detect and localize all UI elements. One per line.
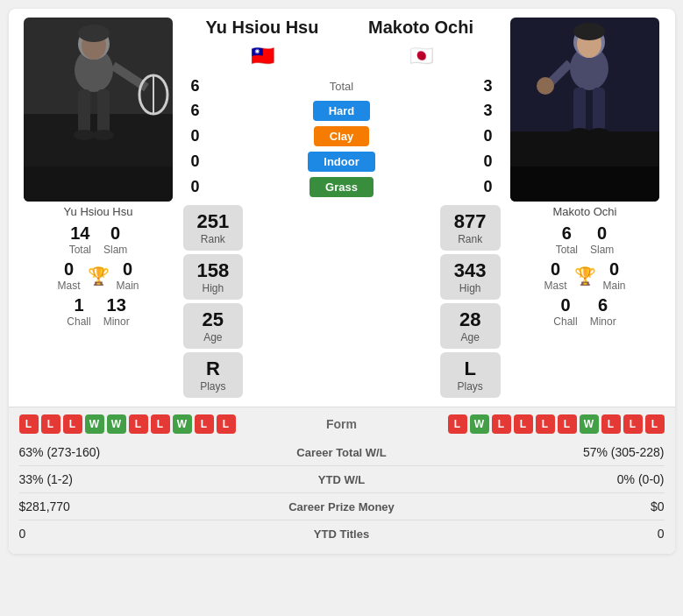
form-badge-l: L	[558, 414, 577, 434]
svg-point-24	[588, 128, 609, 138]
left-total-val: 14	[70, 223, 89, 244]
left-player-photo	[24, 18, 173, 202]
svg-rect-21	[573, 88, 586, 131]
indoor-pill: Indoor	[308, 152, 374, 172]
left-player-name: Yu Hsiou Hsu	[206, 18, 319, 38]
right-high-val: 343	[454, 259, 487, 282]
left-minor-val: 13	[107, 295, 126, 315]
right-plays-block: L Plays	[440, 352, 501, 398]
right-chall-val: 0	[560, 295, 570, 315]
hard-score-row: 6 Hard 3	[183, 101, 501, 121]
left-chall-minor: 1 Chall 13 Minor	[67, 295, 129, 328]
stats-right-2: $0	[438, 499, 665, 513]
form-badge-l: L	[536, 414, 555, 434]
svg-rect-22	[593, 88, 605, 131]
form-badge-l: L	[623, 414, 643, 434]
stats-row-2: $281,770Career Prize Money$0	[19, 493, 665, 520]
left-slam-stat: 0 Slam	[103, 223, 127, 256]
right-player-col: Makoto Ochi 6 Total 0 Slam 0 Mast 🏆	[504, 18, 666, 398]
names-flags-row: Yu Hsiou Hsu 🇹🇼 Makoto Ochi 🇯🇵	[183, 18, 501, 67]
stats-center-1: YTD W/L	[245, 473, 438, 486]
hard-pill: Hard	[313, 101, 371, 121]
svg-point-20	[537, 77, 554, 95]
svg-point-12	[78, 25, 110, 42]
right-slam-lbl: Slam	[590, 244, 614, 256]
right-trophy-icon: 🏆	[574, 266, 596, 287]
hard-left: 6	[183, 102, 208, 120]
right-player-photo	[510, 18, 659, 202]
right-slam-val: 0	[597, 223, 607, 244]
left-rank-block: 251 Rank	[183, 205, 244, 251]
right-plays-val: L	[454, 358, 487, 380]
form-badge-l: L	[19, 414, 39, 434]
right-rank-lbl: Rank	[454, 233, 487, 245]
right-form-badges: LWLLLLWLLL	[448, 414, 665, 434]
right-total-stat: 6 Total	[556, 223, 578, 256]
svg-rect-9	[97, 89, 110, 133]
left-rank-val: 251	[197, 210, 230, 233]
left-slam-val: 0	[110, 223, 120, 244]
form-badge-l: L	[448, 414, 467, 434]
stats-table: 63% (273-160)Career Total W/L57% (305-22…	[19, 439, 665, 547]
right-chall-stat: 0 Chall	[553, 295, 577, 328]
left-plays-block: R Plays	[183, 352, 244, 398]
form-badge-l: L	[492, 414, 511, 434]
left-main-lbl: Main	[117, 280, 139, 292]
stats-left-3: 0	[19, 527, 245, 541]
left-chall-stat: 1 Chall	[67, 295, 90, 328]
left-age-lbl: Age	[197, 331, 230, 343]
form-badge-l: L	[195, 414, 214, 434]
right-mast-val: 0	[551, 259, 560, 280]
right-chall-lbl: Chall	[553, 315, 577, 328]
left-main-val: 0	[123, 259, 132, 280]
right-high-block: 343 High	[440, 254, 501, 300]
form-badge-l: L	[217, 414, 236, 434]
main-card: Yu Hsiou Hsu 14 Total 0 Slam 0 Mast 🏆	[9, 9, 675, 554]
right-main-stat: 0 Main	[603, 259, 626, 292]
right-rank-val: 877	[454, 210, 487, 233]
right-chall-minor: 0 Chall 6 Minor	[553, 295, 615, 328]
total-score-left: 6	[183, 77, 208, 96]
form-badge-w: W	[107, 414, 126, 434]
right-age-lbl: Age	[454, 331, 487, 343]
form-badge-l: L	[63, 414, 82, 434]
hard-right: 3	[476, 102, 501, 120]
right-age-block: 28 Age	[440, 303, 501, 349]
left-chall-lbl: Chall	[67, 315, 90, 328]
stats-left-2: $281,770	[19, 499, 245, 513]
left-total-lbl: Total	[69, 244, 91, 256]
svg-point-11	[93, 130, 114, 140]
right-flag: 🇯🇵	[409, 45, 433, 67]
left-plays-lbl: Plays	[197, 380, 230, 393]
stats-row-3: 0YTD Titles0	[19, 520, 665, 547]
grass-pill: Grass	[309, 177, 374, 197]
left-rank-high: 251 Rank 158 High 25 Age R Plays	[183, 205, 244, 398]
form-badge-l: L	[645, 414, 665, 434]
right-name-flag: Makoto Ochi 🇯🇵	[342, 18, 501, 67]
stats-row-0: 63% (273-160)Career Total W/L57% (305-22…	[19, 439, 665, 466]
rank-high-row: 251 Rank 158 High 25 Age R Plays	[183, 205, 501, 398]
stats-right-1: 0% (0-0)	[438, 472, 665, 486]
clay-pill: Clay	[314, 126, 369, 146]
svg-rect-13	[24, 166, 173, 202]
form-badge-l: L	[514, 414, 533, 434]
form-badge-l: L	[601, 414, 621, 434]
right-player-name-below: Makoto Ochi	[553, 205, 617, 218]
right-mast-stat: 0 Mast	[544, 259, 566, 292]
grass-score-row: 0 Grass 0	[183, 177, 501, 197]
stats-row-1: 33% (1-2)YTD W/L0% (0-0)	[19, 466, 665, 493]
form-badge-w: W	[580, 414, 599, 434]
left-high-lbl: High	[197, 282, 230, 294]
left-player-name-below: Yu Hsiou Hsu	[64, 205, 133, 218]
form-badge-l: L	[41, 414, 60, 434]
left-total-stat: 14 Total	[69, 223, 91, 256]
total-label: Total	[330, 80, 353, 93]
left-total-slam: 14 Total 0 Slam	[69, 223, 128, 256]
left-mast-stat: 0 Mast	[57, 259, 80, 292]
form-badge-w: W	[85, 414, 104, 434]
stats-left-0: 63% (273-160)	[19, 445, 245, 459]
form-badge-l: L	[151, 414, 170, 434]
svg-point-23	[569, 128, 590, 138]
left-mast-lbl: Mast	[57, 280, 80, 292]
form-label: Form	[326, 417, 357, 431]
